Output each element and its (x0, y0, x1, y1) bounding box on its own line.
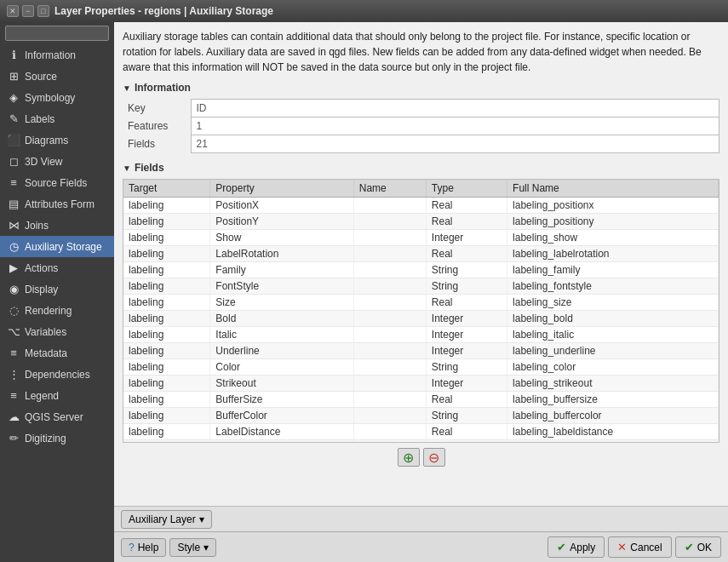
table-row: labelingSizeReallabeling_size (123, 295, 719, 311)
apply-icon: ✔ (557, 541, 566, 553)
cell-fullname: labeling_italic (507, 327, 719, 343)
cell-fullname: labeling_positionx (507, 198, 719, 214)
sidebar-item-display[interactable]: ◉Display (0, 278, 114, 300)
ok-icon: ✔ (685, 541, 694, 553)
table-row: labelingLabelRotationReallabeling_labelr… (123, 246, 719, 262)
cell-fullname: labeling_underline (507, 343, 719, 359)
cell-name (353, 278, 426, 295)
sidebar-item-variables[interactable]: ⌥Variables (0, 321, 114, 342)
sidebar-item-metadata[interactable]: ≡Metadata (0, 342, 114, 364)
cancel-button[interactable]: ✕ Cancel (608, 536, 671, 558)
cell-property: BufferColor (210, 408, 353, 424)
help-label: Help (138, 542, 159, 553)
table-row: labelingPositionXReallabeling_positionx (123, 198, 719, 214)
cell-target: labeling (123, 424, 210, 440)
col-header-target: Target (123, 180, 210, 198)
table-row: labelingBufferColorStringlabeling_buffer… (123, 408, 719, 424)
variables-icon: ⌥ (7, 325, 20, 338)
sidebar-item-source[interactable]: ⊞Source (0, 66, 114, 87)
digitizing-icon: ✏ (7, 432, 20, 444)
fields-count-label: Fields (123, 135, 191, 153)
style-arrow-icon: ▾ (203, 542, 209, 553)
cell-property: LabelRotation (210, 246, 353, 262)
cell-fullname: labeling_labelrotation (507, 246, 719, 262)
cell-property[interactable]: Hali (210, 440, 353, 444)
cell-fullname: labeling_color (507, 359, 719, 376)
information-section-label: Information (135, 82, 191, 94)
maximize-button[interactable]: □ (37, 5, 49, 17)
cell-target: labeling (123, 246, 210, 262)
table-row: labelingFamilyStringlabeling_family (123, 262, 719, 278)
cell-name (353, 359, 426, 376)
cell-fullname: labeling_fontstyle (507, 278, 719, 295)
attributes-form-icon: ▤ (7, 198, 20, 210)
joins-icon: ⋈ (7, 219, 20, 232)
cell-fullname: labeling_hali (507, 440, 719, 444)
cell-target: labeling (123, 359, 210, 376)
cell-property: Show (210, 230, 353, 246)
close-button[interactable]: ✕ (7, 5, 19, 17)
cell-type: String (426, 262, 507, 278)
sidebar-label-actions: Actions (25, 262, 58, 274)
sidebar-item-symbology[interactable]: ◈Symbology (0, 87, 114, 108)
field-actions: ⊕ ⊖ (123, 448, 719, 467)
help-button[interactable]: ? Help (121, 538, 166, 557)
sidebar-label-source: Source (25, 71, 57, 83)
sidebar-item-rendering[interactable]: ◌Rendering (0, 300, 114, 321)
search-input[interactable] (5, 26, 109, 41)
bottom-bar: Auxiliary Layer ▾ (114, 506, 728, 531)
sidebar-item-source-fields[interactable]: ≡Source Fields (0, 172, 114, 193)
minimize-button[interactable]: − (22, 5, 34, 17)
information-arrow: ▼ (123, 83, 131, 93)
table-row: labelingHaliStringlabeling_hali (123, 440, 719, 444)
cell-property: PositionY (210, 214, 353, 230)
cancel-icon: ✕ (617, 541, 627, 553)
rendering-icon: ◌ (7, 304, 20, 317)
sidebar-item-diagrams[interactable]: ⬛Diagrams (0, 129, 114, 151)
sidebar-item-dependencies[interactable]: ⋮Dependencies (0, 364, 114, 385)
auxiliary-layer-button[interactable]: Auxiliary Layer ▾ (121, 510, 212, 529)
table-row: labelingItalicIntegerlabeling_italic (123, 327, 719, 343)
actions-icon: ▶ (7, 261, 20, 274)
sidebar-item-actions[interactable]: ▶Actions (0, 257, 114, 278)
style-button[interactable]: Style ▾ (169, 538, 216, 557)
features-label: Features (123, 118, 191, 135)
sidebar-label-digitizing: Digitizing (25, 433, 66, 444)
sidebar-item-legend[interactable]: ≡Legend (0, 385, 114, 406)
cell-name (353, 327, 426, 343)
cell-type: Real (426, 424, 507, 440)
cell-type: Integer (426, 311, 507, 327)
cell-name (353, 230, 426, 246)
window-title: Layer Properties - regions | Auxiliary S… (54, 5, 721, 17)
sidebar-item-labels[interactable]: ✎Labels (0, 108, 114, 129)
cell-property: FontStyle (210, 278, 353, 295)
sidebar-item-qgis-server[interactable]: ☁QGIS Server (0, 406, 114, 427)
fields-count-value: 21 (191, 135, 719, 153)
cell-name (353, 440, 426, 444)
sidebar-item-attributes-form[interactable]: ▤Attributes Form (0, 193, 114, 215)
sidebar-item-digitizing[interactable]: ✏Digitizing (0, 427, 114, 449)
remove-field-button[interactable]: ⊖ (423, 448, 445, 467)
sidebar-item-information[interactable]: ℹInformation (0, 44, 114, 66)
cell-property: BufferSize (210, 392, 353, 408)
key-label: Key (123, 100, 191, 118)
add-field-button[interactable]: ⊕ (398, 448, 420, 467)
cell-type: String (426, 408, 507, 424)
cell-target: labeling (123, 214, 210, 230)
cell-target: labeling (123, 327, 210, 343)
apply-label: Apply (570, 542, 595, 553)
cell-type: Integer (426, 327, 507, 343)
auxiliary-storage-icon: ◷ (7, 240, 20, 253)
sidebar-label-information: Information (25, 49, 76, 61)
fields-table-container: TargetPropertyNameTypeFull Name labeling… (123, 179, 719, 443)
apply-button[interactable]: ✔ Apply (547, 536, 605, 558)
cell-type: String (426, 440, 507, 444)
cell-target: labeling (123, 311, 210, 327)
table-row: labelingUnderlineIntegerlabeling_underli… (123, 343, 719, 359)
cell-property: Underline (210, 343, 353, 359)
ok-button[interactable]: ✔ OK (675, 536, 721, 558)
sidebar-item-joins[interactable]: ⋈Joins (0, 215, 114, 236)
sidebar-item-3dview[interactable]: ◻3D View (0, 151, 114, 172)
sidebar-item-auxiliary-storage[interactable]: ◷Auxiliary Storage (0, 236, 114, 257)
source-fields-icon: ≡ (7, 176, 20, 189)
